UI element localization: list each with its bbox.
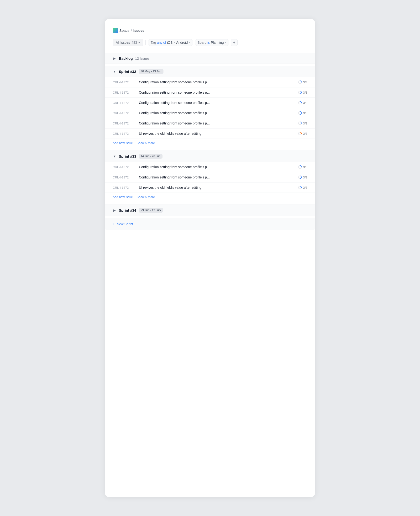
table-row[interactable]: CRL-I-1872 Configuration setting from so…: [105, 172, 315, 183]
sprint32-section: ▼ Sprint #32 30 May - 13 Jun CRL-I-1872 …: [105, 66, 315, 149]
issue-title: Configuration setting from someone profi…: [139, 91, 293, 94]
chevron-down-icon: ▼: [113, 70, 116, 73]
issue-id: CRL-I-1872: [113, 80, 134, 84]
issue-progress: 3/8: [298, 165, 307, 169]
ios-tag[interactable]: iOS ×: [167, 41, 175, 45]
progress-icon: [298, 121, 302, 125]
issue-id: CRL-I-1872: [113, 165, 134, 169]
issue-progress: 3/8: [298, 80, 307, 84]
all-issues-count: 483: [131, 41, 137, 45]
issue-progress: 3/8: [298, 111, 307, 115]
issue-title: UI revives the old field's value after e…: [139, 132, 293, 135]
all-issues-label: All Issues: [116, 41, 130, 45]
sprint33-section: ▼ Sprint #33 14 Jun - 28 Jun CRL-I-1872 …: [105, 151, 315, 203]
filter-bar: All Issues 483 ▾ Tag any of iOS × Androi…: [105, 39, 315, 53]
sprint34-header[interactable]: ▶ Sprint #34 29 Jun - 12 July: [105, 205, 315, 216]
issue-progress: 3/8: [298, 132, 307, 135]
table-row[interactable]: CRL-I-1872 Configuration setting from so…: [105, 98, 315, 108]
show-more-button[interactable]: Show 5 more: [137, 141, 155, 145]
table-row[interactable]: CRL-I-1872 Configuration setting from so…: [105, 162, 315, 172]
progress-icon: [298, 186, 302, 189]
backlog-count: 12 Issues: [135, 57, 149, 61]
sprint33-issues: CRL-I-1872 Configuration setting from so…: [105, 162, 315, 193]
sprint32-title: Sprint #32: [119, 69, 136, 74]
android-tag[interactable]: Android ×: [176, 41, 190, 45]
issue-title: Configuration setting from someone profi…: [139, 111, 293, 115]
board-filter-group: Board is Planning ×: [195, 39, 229, 46]
issue-id: CRL-I-1872: [113, 132, 134, 135]
plus-icon: +: [233, 40, 235, 45]
chevron-down-icon: ▼: [113, 154, 116, 158]
issue-title: Configuration setting from someone profi…: [139, 175, 293, 179]
ios-tag-label: iOS: [167, 41, 172, 45]
add-new-issue-button[interactable]: Add new issue: [113, 141, 133, 145]
table-row[interactable]: CRL-I-1872 UI revives the old field's va…: [105, 183, 315, 193]
issue-title: UI revives the old field's value after e…: [139, 186, 293, 189]
add-filter-button[interactable]: +: [231, 39, 238, 46]
issue-progress: 3/8: [298, 121, 307, 125]
chevron-right-icon: ▶: [113, 57, 116, 60]
sprint33-header[interactable]: ▼ Sprint #33 14 Jun - 28 Jun: [105, 151, 315, 162]
planning-tag[interactable]: Planning ×: [211, 41, 226, 45]
issue-id: CRL-I-1872: [113, 91, 134, 94]
planning-tag-remove[interactable]: ×: [225, 41, 226, 44]
sprint33-actions: Add new issue Show 5 more: [105, 193, 315, 203]
filter-divider: [145, 40, 146, 45]
breadcrumb-separator: /: [131, 28, 132, 32]
issue-progress: 3/8: [298, 175, 307, 179]
backlog-title: Backlog: [119, 56, 133, 61]
new-sprint-row[interactable]: + New Sprint: [105, 218, 315, 230]
issue-id: CRL-I-1872: [113, 101, 134, 105]
issue-id: CRL-I-1872: [113, 176, 134, 179]
progress-icon: [298, 165, 302, 169]
tag-filter-group: Tag any of iOS × Android ×: [148, 39, 193, 46]
issue-progress: 3/8: [298, 91, 307, 94]
progress-icon: [298, 111, 302, 115]
ios-tag-remove[interactable]: ×: [173, 41, 175, 44]
issue-id: CRL-I-1872: [113, 111, 134, 115]
progress-icon: [298, 132, 302, 135]
sprint34-badge: 29 Jun - 12 July: [139, 208, 163, 213]
progress-icon: [298, 101, 302, 105]
tag-label: Tag: [150, 41, 156, 45]
show-more-button[interactable]: Show 5 more: [137, 195, 155, 199]
main-card: Space / Issues All Issues 483 ▾ Tag any …: [105, 19, 315, 497]
tag-op[interactable]: any of: [157, 41, 166, 45]
sprint34-section: ▶ Sprint #34 29 Jun - 12 July: [105, 205, 315, 216]
sprint32-header[interactable]: ▼ Sprint #32 30 May - 13 Jun: [105, 66, 315, 77]
backlog-header[interactable]: ▶ Backlog 12 Issues: [105, 53, 315, 64]
table-row[interactable]: CRL-I-1872 Configuration setting from so…: [105, 118, 315, 129]
issue-title: Configuration setting from someone profi…: [139, 80, 293, 84]
table-row[interactable]: CRL-I-1872 Configuration setting from so…: [105, 87, 315, 98]
sprint34-title: Sprint #34: [119, 208, 136, 212]
table-row[interactable]: CRL-I-1872 UI revives the old field's va…: [105, 129, 315, 139]
progress-icon: [298, 91, 302, 94]
issue-title: Configuration setting from someone profi…: [139, 101, 293, 105]
breadcrumb-space[interactable]: Space: [119, 28, 130, 32]
space-icon: [113, 28, 118, 33]
sprint33-title: Sprint #33: [119, 154, 136, 158]
sprint32-actions: Add new issue Show 5 more: [105, 139, 315, 149]
android-tag-label: Android: [176, 41, 188, 45]
breadcrumb: Space / Issues: [105, 28, 315, 39]
board-label: Board: [198, 41, 206, 45]
table-row[interactable]: CRL-I-1872 Configuration setting from so…: [105, 77, 315, 87]
issue-progress: 3/8: [298, 186, 307, 189]
issue-id: CRL-I-1872: [113, 122, 134, 125]
new-sprint-label: New Sprint: [117, 222, 133, 226]
sprint32-badge: 30 May - 13 Jun: [139, 69, 164, 74]
plus-icon: +: [113, 222, 115, 226]
issue-progress: 3/8: [298, 101, 307, 105]
issue-title: Configuration setting from someone profi…: [139, 165, 293, 169]
issue-title: Configuration setting from someone profi…: [139, 121, 293, 125]
breadcrumb-current: Issues: [133, 28, 145, 32]
board-op[interactable]: is: [207, 41, 210, 45]
progress-icon: [298, 80, 302, 84]
table-row[interactable]: CRL-I-1872 Configuration setting from so…: [105, 108, 315, 118]
planning-tag-label: Planning: [211, 41, 224, 45]
issue-id: CRL-I-1872: [113, 186, 134, 189]
android-tag-remove[interactable]: ×: [189, 41, 190, 44]
sprint32-issues: CRL-I-1872 Configuration setting from so…: [105, 77, 315, 139]
all-issues-dropdown[interactable]: All Issues 483 ▾: [113, 39, 143, 46]
add-new-issue-button[interactable]: Add new issue: [113, 195, 133, 199]
